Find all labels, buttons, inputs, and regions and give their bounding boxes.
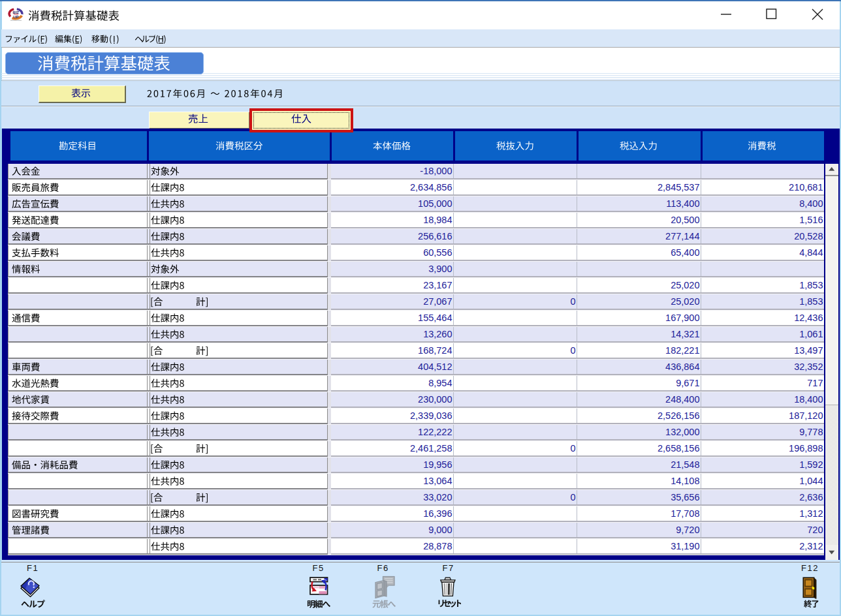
svg-text:BIZ: BIZ xyxy=(13,10,20,14)
svg-text:UP: UP xyxy=(13,15,18,19)
